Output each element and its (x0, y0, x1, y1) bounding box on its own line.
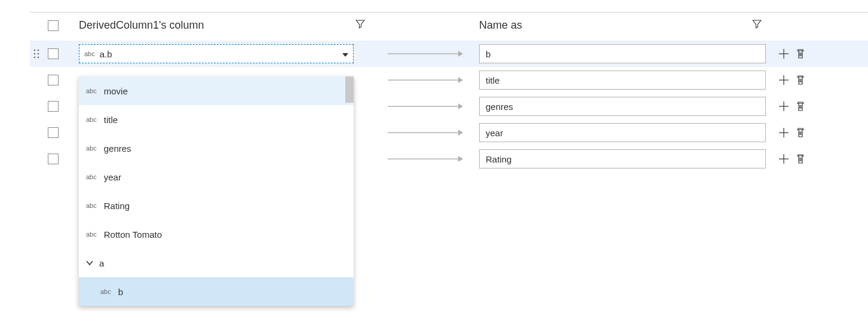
svg-point-1 (38, 50, 39, 51)
column-header-name: Name as (479, 19, 522, 32)
svg-point-0 (34, 50, 36, 51)
filter-icon[interactable] (355, 19, 366, 32)
select-all-checkbox[interactable] (48, 20, 59, 31)
svg-point-4 (34, 57, 36, 59)
row-checkbox[interactable] (48, 154, 59, 164)
delete-button[interactable] (795, 127, 806, 139)
type-badge: abc (86, 87, 97, 94)
row-checkbox[interactable] (48, 101, 59, 112)
delete-button[interactable] (795, 153, 806, 165)
column-dropdown-panel: abc movie abc title abc genres abc year … (79, 76, 354, 172)
row-checkbox[interactable] (48, 127, 59, 138)
dropdown-option[interactable]: abc year (79, 163, 354, 172)
mapping-arrow-icon (372, 155, 479, 163)
scrollbar[interactable] (345, 76, 354, 103)
table-header: DerivedColumn1's column Name as (30, 13, 868, 41)
source-column-dropdown[interactable]: abc a.b (79, 44, 354, 63)
type-badge: abc (86, 145, 97, 152)
dropdown-option[interactable]: abc movie (79, 76, 354, 105)
filter-icon[interactable] (752, 19, 762, 32)
column-header-source: DerivedColumn1's column (79, 19, 204, 32)
svg-point-2 (34, 53, 36, 55)
row-checkbox[interactable] (48, 75, 59, 85)
delete-button[interactable] (795, 74, 806, 86)
row-checkbox[interactable] (48, 48, 59, 59)
delete-button[interactable] (795, 48, 806, 60)
name-as-input[interactable]: b (479, 44, 766, 63)
mapping-arrow-icon (372, 50, 479, 57)
mapping-arrow-icon (372, 103, 479, 110)
dropdown-value: a.b (100, 49, 342, 59)
delete-button[interactable] (795, 100, 806, 112)
mapping-arrow-icon (372, 76, 479, 84)
dropdown-option[interactable]: abc genres (79, 134, 354, 163)
drag-handle-icon[interactable] (33, 49, 39, 60)
table-row: abc a.b b (30, 41, 868, 67)
add-button[interactable] (778, 48, 790, 60)
add-button[interactable] (778, 74, 790, 86)
name-as-input[interactable]: title (479, 70, 766, 90)
type-badge: abc (86, 116, 97, 123)
svg-point-5 (38, 57, 39, 59)
dropdown-option[interactable]: abc title (79, 105, 354, 134)
type-badge: abc (84, 50, 95, 57)
name-as-input[interactable]: genres (479, 97, 766, 116)
chevron-down-icon (342, 49, 348, 59)
mapping-arrow-icon (372, 129, 479, 136)
add-button[interactable] (778, 100, 790, 112)
name-as-input[interactable]: Rating (479, 149, 766, 168)
add-button[interactable] (778, 153, 790, 165)
name-as-input[interactable]: year (479, 123, 766, 142)
svg-point-3 (38, 53, 39, 55)
add-button[interactable] (778, 127, 790, 139)
